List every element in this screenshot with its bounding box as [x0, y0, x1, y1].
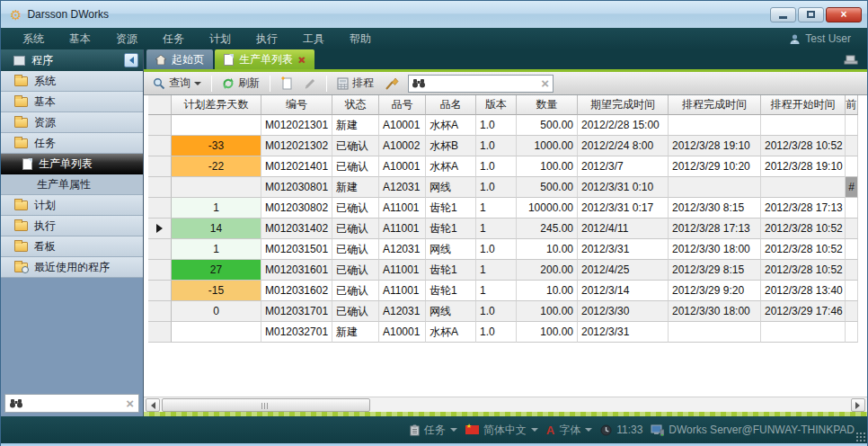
column-header-sched_finish[interactable]: 排程完成时间: [669, 95, 761, 115]
window-list-icon[interactable]: [844, 54, 858, 66]
column-header-extra[interactable]: 前: [846, 95, 858, 115]
scroll-right-button[interactable]: [851, 398, 865, 412]
menu-item-3[interactable]: 资源: [103, 28, 150, 49]
sidebar-collapse-button[interactable]: [124, 53, 138, 67]
cell-version: 1.0: [476, 177, 517, 198]
page-icon: [22, 158, 32, 170]
cell-code: M012021302: [261, 136, 332, 156]
cell-status: 已确认: [332, 281, 379, 301]
table-row[interactable]: M012032701新建A10001水杯A1.0100.002012/3/31: [148, 322, 858, 343]
cell-code: M012021301: [261, 115, 332, 136]
tab-label: 生产单列表: [239, 52, 293, 67]
chevron-left-icon: [126, 57, 134, 64]
table-row[interactable]: 14M012031402已确认A11001齿轮11245.002012/4/11…: [148, 219, 858, 239]
cell-status: 已确认: [332, 136, 379, 156]
title-bar[interactable]: ⚙ Darsson DWorks ×: [1, 1, 867, 28]
horizontal-scrollbar[interactable]: [144, 397, 867, 412]
chevron-down-icon: [194, 82, 201, 89]
minimize-button[interactable]: [770, 7, 796, 22]
column-header-code[interactable]: 编号: [261, 95, 332, 115]
programs-icon: [13, 56, 25, 66]
toolbar-separator: [326, 76, 327, 92]
row-indicator: [148, 219, 172, 239]
scroll-left-button[interactable]: [146, 398, 160, 412]
cell-part_name: 水杯A: [426, 115, 476, 136]
column-header-diff[interactable]: 计划差异天数: [172, 95, 261, 115]
cell-version: 1.0: [476, 115, 517, 136]
cell-extra: [846, 260, 858, 281]
cell-extra: [846, 281, 858, 301]
cell-extra: [846, 322, 858, 343]
sidebar-item-7[interactable]: 计划: [1, 195, 143, 216]
menu-item-5[interactable]: 计划: [197, 28, 244, 49]
close-button[interactable]: ×: [826, 7, 862, 22]
table-row[interactable]: 1M012031501已确认A12031网线1.010.002012/3/312…: [148, 239, 858, 260]
sidebar-item-label: 任务: [34, 136, 56, 151]
table-row[interactable]: -15M012031602已确认A11001齿轮1110.002012/3/14…: [148, 281, 858, 301]
column-header-status[interactable]: 状态: [332, 95, 379, 115]
sidebar-item-3[interactable]: 资源: [1, 112, 143, 133]
table-row[interactable]: M012030801新建A12031网线1.0500.002012/3/31 0…: [148, 177, 858, 198]
edit-button[interactable]: [300, 76, 320, 92]
cell-status: 新建: [332, 177, 379, 198]
toolbar-search-input[interactable]: [429, 77, 537, 90]
maximize-button[interactable]: [798, 7, 824, 22]
table-row[interactable]: -33M012021302已确认A10002水杯B1.01000.002012/…: [148, 136, 858, 156]
table-row[interactable]: 1M012030802已确认A11001齿轮1110000.002012/3/3…: [148, 198, 858, 219]
folder-icon: [14, 221, 28, 231]
column-header-due[interactable]: 期望完成时间: [578, 95, 669, 115]
tab-1[interactable]: 起始页: [146, 49, 213, 69]
sidebar-search-input[interactable]: [27, 397, 121, 410]
column-header-qty[interactable]: 数量: [517, 95, 578, 115]
column-header-part_no[interactable]: 品号: [379, 95, 426, 115]
sidebar-search-clear-icon[interactable]: ×: [126, 397, 134, 410]
table-row[interactable]: M012021301新建A10001水杯A1.0500.002012/2/28 …: [148, 115, 858, 136]
cell-code: M012031602: [261, 281, 332, 301]
resize-grip[interactable]: [855, 432, 865, 442]
sidebar-search-box[interactable]: ×: [4, 394, 139, 413]
language-menu[interactable]: 简体中文: [465, 423, 538, 438]
tab-2[interactable]: 生产单列表×: [215, 49, 314, 69]
table-row[interactable]: -22M012021401已确认A10001水杯A1.0100.002012/3…: [148, 156, 858, 177]
new-button[interactable]: [277, 75, 297, 92]
column-header-version[interactable]: 版本: [476, 95, 517, 115]
column-header-part_name[interactable]: 品名: [426, 95, 476, 115]
sidebar: 程序 系统基本资源任务生产单列表生产单属性计划执行看板最近使用的程序 ×: [1, 49, 144, 416]
clean-button[interactable]: [381, 76, 403, 92]
sidebar-item-9[interactable]: 看板: [1, 236, 143, 257]
table-row[interactable]: 0M012031701已确认A12031网线1.0100.002012/3/30…: [148, 301, 858, 322]
menu-item-4[interactable]: 任务: [150, 28, 197, 49]
current-user[interactable]: Test User: [789, 32, 858, 45]
tab-close-icon[interactable]: ×: [298, 54, 306, 66]
sidebar-item-2[interactable]: 基本: [1, 92, 143, 112]
menu-item-8[interactable]: 帮助: [337, 28, 384, 49]
schedule-button[interactable]: 排程: [333, 74, 377, 93]
sidebar-item-4[interactable]: 任务: [1, 133, 143, 154]
row-indicator: [148, 239, 172, 260]
refresh-icon: [222, 77, 235, 90]
menu-item-6[interactable]: 执行: [244, 28, 290, 49]
refresh-button[interactable]: 刷新: [218, 74, 263, 93]
toolbar-search-box[interactable]: ×: [408, 75, 554, 93]
sidebar-item-8[interactable]: 执行: [1, 216, 143, 236]
task-menu[interactable]: 任务: [410, 423, 457, 438]
scrollbar-thumb[interactable]: [162, 398, 370, 412]
query-button[interactable]: 查询: [149, 74, 205, 93]
menu-item-7[interactable]: 工具: [290, 28, 337, 49]
close-icon: ×: [840, 9, 846, 20]
sidebar-item-label: 生产单列表: [39, 156, 93, 172]
sidebar-item-6[interactable]: 生产单属性: [1, 174, 143, 195]
sidebar-item-5[interactable]: 生产单列表: [1, 154, 143, 174]
cell-part_no: A10002: [379, 136, 426, 156]
sidebar-item-10[interactable]: 最近使用的程序: [1, 257, 143, 278]
home-icon: [155, 55, 166, 65]
toolbar-search-clear-icon[interactable]: ×: [541, 76, 549, 90]
table-row[interactable]: 27M012031601已确认A11001齿轮11200.002012/4/25…: [148, 260, 858, 281]
cell-part_no: A11001: [379, 219, 426, 239]
column-header-sched_start[interactable]: 排程开始时间: [761, 95, 846, 115]
sidebar-item-1[interactable]: 系统: [1, 71, 143, 92]
cell-part_name: 网线: [426, 301, 476, 322]
menu-item-2[interactable]: 基本: [57, 28, 103, 49]
menu-item-1[interactable]: 系统: [10, 28, 57, 49]
font-menu[interactable]: A 字体: [546, 423, 592, 438]
